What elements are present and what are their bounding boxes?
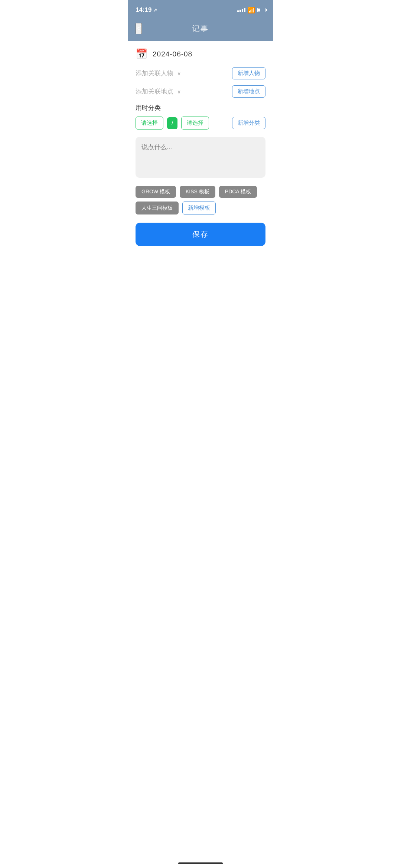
page-title: 记事 xyxy=(192,24,209,34)
add-category-button[interactable]: 新增分类 xyxy=(232,117,265,129)
template-life3q[interactable]: 人生三问模板 xyxy=(136,202,179,214)
person-selector-row: 添加关联人物 ∨ 新增人物 xyxy=(136,67,265,79)
calendar-icon: 📅 xyxy=(136,48,147,60)
time-label: 14:19 xyxy=(136,6,151,14)
category-select-2[interactable]: 请选择 xyxy=(181,117,209,130)
person-selector-left[interactable]: 添加关联人物 ∨ xyxy=(136,69,232,78)
template-kiss[interactable]: KISS 模板 xyxy=(180,186,215,198)
location-arrow-icon: ↗ xyxy=(153,7,157,13)
template-pdca[interactable]: PDCA 模板 xyxy=(219,186,257,198)
time-category-section: 用时分类 请选择 / 请选择 新增分类 xyxy=(136,104,265,130)
date-display: 2024-06-08 xyxy=(153,50,192,58)
status-bar: 14:19 ↗ 📶 xyxy=(128,0,273,19)
add-person-button[interactable]: 新增人物 xyxy=(232,67,265,79)
status-icons: 📶 xyxy=(237,7,265,14)
category-row: 请选择 / 请选择 新增分类 xyxy=(136,117,265,130)
location-chevron-icon: ∨ xyxy=(177,89,181,95)
signal-icon xyxy=(237,8,245,12)
location-selector-row: 添加关联地点 ∨ 新增地点 xyxy=(136,85,265,98)
location-selector-label: 添加关联地点 xyxy=(136,87,173,96)
category-divider: / xyxy=(167,117,177,129)
back-button[interactable]: < xyxy=(136,23,142,34)
save-button[interactable]: 保存 xyxy=(136,223,265,246)
person-chevron-icon: ∨ xyxy=(177,71,181,76)
note-input[interactable] xyxy=(136,137,265,178)
template-row: GROW 模板 KISS 模板 PDCA 模板 人生三问模板 新增模板 xyxy=(136,186,265,214)
battery-icon xyxy=(257,8,265,12)
content-area: 📅 2024-06-08 添加关联人物 ∨ 新增人物 添加关联地点 ∨ 新增地点… xyxy=(128,41,273,253)
category-select-1[interactable]: 请选择 xyxy=(136,117,163,130)
location-selector-left[interactable]: 添加关联地点 ∨ xyxy=(136,87,232,96)
status-time: 14:19 ↗ xyxy=(136,6,157,14)
date-row: 📅 2024-06-08 xyxy=(136,48,265,60)
person-selector-label: 添加关联人物 xyxy=(136,69,173,78)
add-template-button[interactable]: 新增模板 xyxy=(182,202,216,214)
add-location-button[interactable]: 新增地点 xyxy=(232,85,265,98)
time-category-label: 用时分类 xyxy=(136,104,265,112)
nav-bar: < 记事 xyxy=(128,19,273,41)
template-grow[interactable]: GROW 模板 xyxy=(136,186,176,198)
wifi-icon: 📶 xyxy=(248,7,255,14)
